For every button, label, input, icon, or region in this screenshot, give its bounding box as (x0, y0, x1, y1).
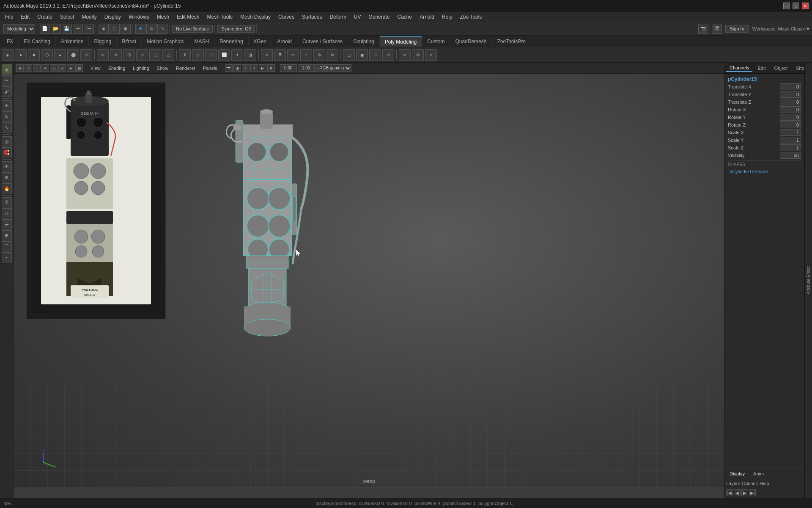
menu-surfaces[interactable]: Surfaces (299, 13, 325, 21)
menu-curves[interactable]: Curves (275, 13, 298, 21)
snap-button[interactable]: 🧲 (2, 147, 12, 157)
shelf-loop-select[interactable]: ◻ (343, 49, 355, 61)
lasso-icon[interactable]: ⬡ (110, 24, 120, 34)
menu-cache[interactable]: Cache (394, 13, 415, 21)
tab-quadremesh[interactable]: QuadRemesh (450, 37, 492, 46)
no-live-surface-button[interactable]: No Live Surface (172, 25, 213, 33)
shelf-extract[interactable]: ⊞ (123, 49, 135, 61)
menu-deform[interactable]: Deform (326, 13, 349, 21)
translate-x-input[interactable] (780, 83, 801, 90)
options-button[interactable]: Options (742, 481, 758, 486)
panels-menu[interactable]: Panels (200, 65, 220, 72)
save-button[interactable]: 💾 (62, 24, 72, 34)
maximize-button[interactable]: □ (793, 3, 799, 9)
shelf-multi-cut[interactable]: ✂ (287, 49, 299, 61)
shelf-insert-edge-loop[interactable]: ≡ (261, 49, 273, 61)
shelf-bevel[interactable]: ◇ (192, 49, 204, 61)
shelf-separate[interactable]: ⊗ (110, 49, 122, 61)
vp-light-icon[interactable]: ☀ (250, 64, 258, 72)
menu-select[interactable]: Select (57, 13, 77, 21)
camera-icon[interactable]: 📷 (698, 24, 708, 34)
menu-mesh-display[interactable]: Mesh Display (237, 13, 274, 21)
shelf-bridge[interactable]: ⬛ (205, 49, 217, 61)
vp-icon5[interactable]: ◻ (50, 64, 58, 72)
tab-curves-surfaces[interactable]: Curves / Surfaces (297, 37, 348, 46)
shelf-offset-edge-loop[interactable]: ≣ (274, 49, 286, 61)
menu-mesh-tools[interactable]: Mesh Tools (204, 13, 236, 21)
tab-fx-caching[interactable]: FX Caching (19, 37, 56, 46)
shelf-triangulate[interactable]: △ (162, 49, 174, 61)
tab-poly-modeling[interactable]: Poly Modeling (380, 36, 422, 47)
shelf-connect[interactable]: + (300, 49, 312, 61)
shelf-ring-select[interactable]: ◼ (356, 49, 368, 61)
shelf-extrude[interactable]: ⬆ (179, 49, 191, 61)
scale-y-input[interactable] (780, 137, 801, 144)
tab-fx[interactable]: FX (2, 37, 19, 46)
shelf-plane[interactable]: ▭ (80, 49, 92, 61)
shelf-torus[interactable]: ⬤ (67, 49, 79, 61)
vp-icon7[interactable]: ◈ (67, 64, 74, 72)
paint-select-icon[interactable]: ◉ (121, 24, 131, 34)
unfreeze-button[interactable]: 🔥 (2, 183, 12, 193)
shelf-cone[interactable]: ▲ (54, 49, 66, 61)
vp-icon8[interactable]: ▦ (75, 64, 83, 72)
tab-mash[interactable]: MASH (189, 37, 215, 46)
menu-windows[interactable]: Windows (125, 13, 153, 21)
tab-arnold[interactable]: Arnold (272, 37, 297, 46)
object-tab[interactable]: Object (771, 65, 791, 72)
scale-z-input[interactable] (780, 144, 801, 151)
vp-icon1[interactable]: ◈ (16, 64, 24, 72)
menu-zoo-tools[interactable]: Zoo Tools (457, 13, 486, 21)
shelf-target-weld[interactable]: ⊚ (313, 49, 325, 61)
vp-icon2[interactable]: ⬡ (25, 64, 32, 72)
tab-rendering[interactable]: Rendering (214, 37, 248, 46)
tab-custom[interactable]: Custom (422, 37, 450, 46)
freeze-button[interactable]: ❄ (2, 172, 12, 182)
shelf-boolean[interactable]: ⊖ (136, 49, 148, 61)
shelf-instance[interactable]: ⧈ (425, 49, 437, 61)
shading-menu[interactable]: Shading (106, 65, 128, 72)
menu-display[interactable]: Display (101, 13, 124, 21)
outliner-button[interactable]: ☰ (2, 219, 12, 229)
anim-tab[interactable]: Anim (750, 470, 767, 477)
shelf-fill-hole[interactable]: ⬜ (218, 49, 230, 61)
edit-tab[interactable]: Edit (754, 65, 769, 72)
mirror-button[interactable]: ⇔ (2, 208, 12, 218)
menu-edit-mesh[interactable]: Edit Mesh (173, 13, 203, 21)
redo-button[interactable]: ↪ (84, 24, 94, 34)
select-icon[interactable]: ◈ (99, 24, 109, 34)
shelf-poke[interactable]: ✦ (231, 49, 243, 61)
layer-first-button[interactable]: |◀ (726, 489, 733, 496)
display-tab[interactable]: Display (726, 470, 748, 477)
layers-button[interactable]: Layers (726, 481, 740, 486)
vp-wire-icon[interactable]: ⬡ (242, 64, 250, 72)
history-button[interactable]: ⏱ (2, 197, 12, 207)
channels-tab[interactable]: Channels (726, 64, 752, 72)
menu-help[interactable]: Help (439, 13, 456, 21)
shelf-select[interactable]: ◈ (2, 49, 14, 61)
rotate-x-input[interactable] (780, 106, 801, 113)
tab-motion-graphics[interactable]: Motion Graphics (142, 37, 189, 46)
move-icon[interactable]: ✛ (135, 24, 145, 34)
sculpt-button[interactable]: 🖌 (2, 86, 12, 97)
shelf-sphere[interactable]: ● (15, 49, 27, 61)
rotate-icon[interactable]: ↻ (146, 24, 156, 34)
translate-y-input[interactable] (780, 91, 801, 98)
viewport-canvas[interactable]: G&G M-84 (14, 74, 724, 488)
select-mode-button[interactable]: ◈ (2, 64, 12, 75)
renderer-menu[interactable]: Renderer (173, 65, 198, 72)
menu-uv[interactable]: UV (351, 13, 365, 21)
menu-mesh[interactable]: Mesh (154, 13, 173, 21)
soft-select-button[interactable]: ◎ (2, 136, 12, 146)
lighting-menu[interactable]: Lighting (130, 65, 152, 72)
scale-tool-button[interactable]: ⤡ (2, 122, 12, 133)
shelf-merge[interactable]: ⊛ (326, 49, 338, 61)
menu-edit[interactable]: Edit (17, 13, 33, 21)
shape-item[interactable]: pCylinder15Shape (728, 168, 770, 175)
show-menu[interactable]: Show (154, 65, 171, 72)
gamma-select[interactable]: sRGB gamma (315, 64, 351, 72)
open-button[interactable]: 📂 (51, 24, 61, 34)
vp-shading-icon[interactable]: ◑ (233, 64, 241, 72)
close-button[interactable]: ✕ (802, 3, 809, 9)
symmetry-button[interactable]: Symmetry: Off (217, 25, 255, 33)
